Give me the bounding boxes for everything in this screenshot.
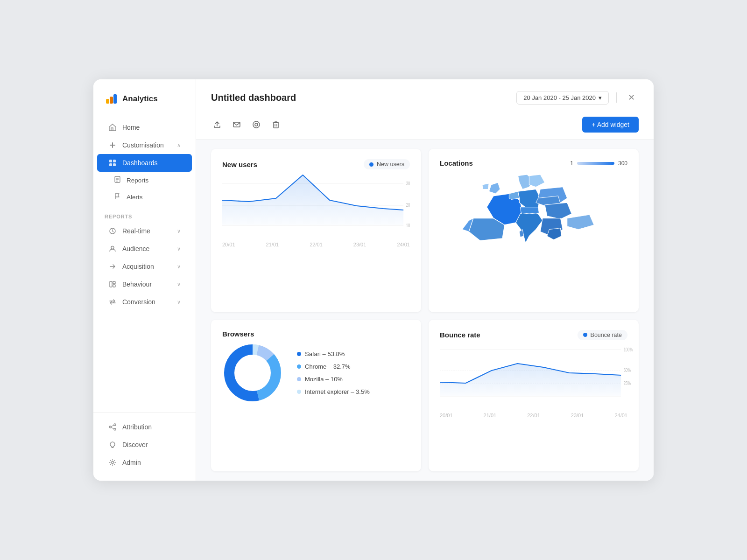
app-container: Analytics Home Customisation ∧ Dashboard…: [93, 79, 654, 481]
bounce-rate-title: Bounce rate: [440, 331, 480, 339]
bounce-rate-legend: Bounce rate: [578, 330, 627, 340]
settings-button[interactable]: [250, 119, 262, 131]
sidebar-item-audience[interactable]: Audience ∨: [97, 240, 192, 258]
map-container: [440, 172, 627, 260]
widget-bounce-rate: Bounce rate Bounce rate: [429, 320, 639, 472]
plus-icon: [108, 141, 117, 149]
mozilla-label: Mozilla – 10%: [305, 376, 343, 383]
svg-rect-0: [106, 99, 109, 104]
svg-text:30: 30: [406, 181, 410, 187]
flag-icon: [114, 193, 121, 201]
chevron-realtime: ∨: [177, 228, 181, 234]
x-label-2: 22/01: [310, 242, 323, 247]
sidebar-item-customisation[interactable]: Customisation ∧: [97, 136, 192, 154]
new-users-chart: 30 20 10 20/01 21/01 22/01 23/01 24/01: [222, 174, 410, 249]
svg-point-20: [114, 428, 116, 430]
sidebar-item-acquisition[interactable]: Acquisition ∨: [97, 258, 192, 275]
browsers-content: Safari – 53.8% Chrome – 32.7% Mozilla – …: [222, 343, 410, 403]
add-widget-button[interactable]: + Add widget: [582, 117, 639, 133]
svg-rect-8: [113, 163, 116, 166]
new-users-legend-label: New users: [377, 161, 404, 168]
legend-safari: Safari – 53.8%: [297, 350, 370, 357]
svg-rect-7: [109, 163, 112, 166]
ie-dot: [297, 390, 301, 394]
sidebar-item-attribution[interactable]: Attribution: [97, 418, 192, 436]
email-button[interactable]: [231, 119, 243, 131]
x-label-1: 21/01: [266, 242, 279, 247]
conversion-label: Conversion: [122, 298, 155, 306]
sidebar-item-conversion[interactable]: Conversion ∨: [97, 293, 192, 311]
dashboards-label: Dashboards: [122, 159, 158, 167]
donut-svg: [222, 343, 283, 403]
chrome-dot: [297, 364, 301, 369]
sidebar-item-behaviour[interactable]: Behaviour ∨: [97, 275, 192, 293]
br-x-label-0: 20/01: [440, 413, 453, 418]
locations-header: Locations 1 300: [440, 159, 627, 167]
acquisition-label: Acquisition: [122, 263, 154, 270]
svg-rect-5: [109, 160, 112, 162]
chevron-behaviour: ∨: [177, 281, 181, 287]
browsers-title: Browsers: [222, 330, 254, 338]
safari-label: Safari – 53.8%: [305, 350, 345, 357]
realtime-label: Real-time: [122, 227, 150, 235]
svg-rect-6: [113, 160, 116, 162]
main-content: Untitled dashboard 20 Jan 2020 - 25 Jan …: [196, 79, 654, 481]
new-users-legend-dot: [369, 162, 374, 167]
logo-text: Analytics: [122, 94, 158, 104]
svg-rect-1: [110, 97, 113, 104]
svg-rect-27: [274, 123, 278, 128]
safari-dot: [297, 352, 301, 356]
bounce-rate-svg: 100% 50% 25%: [440, 345, 627, 408]
bounce-rate-legend-dot: [583, 333, 587, 337]
date-range-button[interactable]: 20 Jan 2020 - 25 Jan 2020 ▾: [516, 91, 609, 105]
range-max: 300: [618, 160, 627, 167]
svg-text:50%: 50%: [624, 367, 631, 373]
export-button[interactable]: [211, 119, 223, 131]
sidebar-item-alerts[interactable]: Alerts: [97, 189, 192, 205]
sidebar: Analytics Home Customisation ∧ Dashboard…: [93, 79, 196, 481]
user-icon: [108, 245, 117, 253]
share-icon: [108, 423, 117, 431]
title-actions: 20 Jan 2020 - 25 Jan 2020 ▾ ✕: [516, 91, 639, 105]
customisation-label: Customisation: [122, 141, 164, 149]
date-chevron: ▾: [599, 94, 602, 101]
br-x-label-2: 22/01: [527, 413, 540, 418]
sidebar-item-admin[interactable]: Admin: [97, 454, 192, 471]
home-icon: [108, 123, 117, 132]
chevron-acquisition: ∨: [177, 264, 181, 270]
home-label: Home: [122, 124, 140, 131]
browsers-header: Browsers: [222, 330, 410, 338]
svg-rect-4: [110, 145, 115, 146]
admin-label: Admin: [122, 459, 141, 466]
widget-browsers: Browsers: [211, 320, 421, 472]
toolbar-icons: [211, 119, 282, 131]
discover-label: Discover: [122, 441, 148, 448]
svg-rect-17: [113, 285, 115, 287]
chevron-conversion: ∨: [177, 299, 181, 305]
date-range-text: 20 Jan 2020 - 25 Jan 2020: [523, 94, 596, 101]
map-range: 1 300: [570, 160, 627, 167]
svg-rect-16: [113, 281, 115, 284]
close-button[interactable]: ✕: [624, 91, 639, 105]
sidebar-item-realtime[interactable]: Real-time ∨: [97, 222, 192, 240]
svg-text:25%: 25%: [624, 380, 631, 386]
sidebar-item-reports[interactable]: Reports: [97, 172, 192, 189]
svg-point-14: [111, 246, 114, 249]
sidebar-item-dashboards[interactable]: Dashboards: [97, 154, 192, 172]
arrow-icon: [108, 262, 117, 271]
svg-point-23: [112, 462, 114, 464]
delete-button[interactable]: [270, 119, 282, 131]
sidebar-item-home[interactable]: Home: [97, 119, 192, 136]
clock-icon: [108, 227, 117, 235]
br-x-label-1: 21/01: [484, 413, 497, 418]
browser-legend: Safari – 53.8% Chrome – 32.7% Mozilla – …: [297, 350, 370, 395]
sidebar-item-discover[interactable]: Discover: [97, 436, 192, 454]
new-users-x-labels: 20/01 21/01 22/01 23/01 24/01: [222, 239, 410, 247]
alerts-label: Alerts: [127, 194, 143, 201]
svg-point-26: [253, 121, 260, 128]
bounce-rate-legend-label: Bounce rate: [591, 332, 622, 338]
toolbar-row: + Add widget: [211, 112, 639, 139]
svg-text:20: 20: [406, 202, 410, 208]
chevron-audience: ∨: [177, 246, 181, 252]
br-x-label-4: 24/01: [614, 413, 627, 418]
